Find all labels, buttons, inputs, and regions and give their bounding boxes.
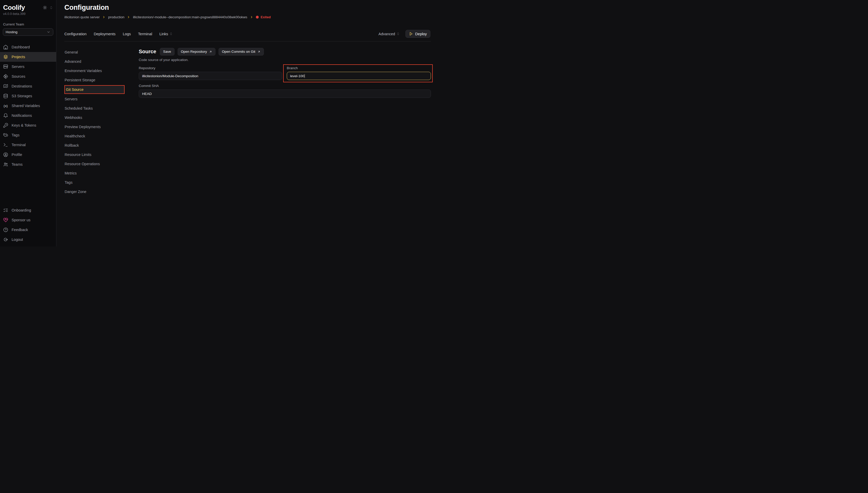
subnav-item-resource-operations[interactable]: Resource Operations [64,159,139,169]
source-section-title: Source [139,49,156,55]
breadcrumb-project[interactable]: illicitonion quote server [64,15,100,19]
subnav-item-git-source[interactable]: Git Source [65,86,124,93]
sidebar-item-label: Tags [12,133,20,137]
list-checks-icon [3,208,8,213]
repository-field-group: Repository [139,66,282,80]
team-label: Current Team [0,16,56,26]
subnav-item-preview-deployments[interactable]: Preview Deployments [64,122,139,131]
sidebar-item-label: S3 Storages [12,94,32,98]
chevrons-up-down-icon [397,32,400,36]
sidebar-item-label: Servers [12,65,24,69]
sidebar-item-notifications[interactable]: Notifications [0,111,56,121]
commit-sha-input[interactable] [139,89,431,98]
sidebar-item-label: Logout [12,237,23,242]
tab-configuration[interactable]: Configuration [64,32,86,36]
breadcrumb: illicitonion quote server production ill… [64,15,431,19]
subnav-item-tags[interactable]: Tags [64,178,139,187]
sidebar-item-label: Feedback [12,228,28,232]
page-title: Configuration [64,4,431,12]
tags-icon [3,132,8,138]
sidebar-item-dashboard[interactable]: Dashboard [0,42,56,52]
subnav-item-metrics[interactable]: Metrics [64,169,139,178]
subnav-item-healthcheck[interactable]: Healthcheck [64,131,139,141]
subnav-item-scheduled-tasks[interactable]: Scheduled Tasks [64,104,139,113]
sidebar-item-profile[interactable]: Profile [0,150,56,159]
tab-terminal[interactable]: Terminal [138,32,152,36]
sidebar-item-sources[interactable]: Sources [0,71,56,81]
breadcrumb-environment[interactable]: production [108,15,124,19]
subnav-item-environment-variables[interactable]: Environment Variables [64,66,139,76]
subnav-item-persistent-storage[interactable]: Persistent Storage [64,76,139,85]
sidebar-item-teams[interactable]: Teams [0,159,56,169]
source-section-subtitle: Code source of your application. [139,58,431,62]
sidebar-item-servers[interactable]: Servers [0,62,56,71]
tab-logs[interactable]: Logs [123,32,131,36]
terminal-icon [3,142,8,147]
chevron-right-icon [250,16,253,19]
repository-label: Repository [139,66,282,70]
help-circle-icon [3,227,8,232]
subnav-item-general[interactable]: General [64,48,139,57]
sidebar-item-label: Keys & Tokens [12,123,36,127]
tab-deployments[interactable]: Deployments [94,32,115,36]
sidebar-item-destinations[interactable]: Destinations [0,81,56,91]
layers-icon [3,54,8,60]
sidebar-item-label: Onboarding [12,208,31,212]
subnav-item-webhooks[interactable]: Webhooks [64,113,139,122]
save-button[interactable]: Save [160,48,174,56]
team-select-value: Hosting [6,30,18,34]
repository-input[interactable] [139,72,282,80]
sidebar-item-label: Shared Variables [12,104,40,108]
status-badge: Exited [256,15,271,19]
advanced-menu[interactable]: Advanced [378,32,400,36]
chevrons-up-down-icon[interactable] [49,6,53,9]
open-commits-button[interactable]: Open Commits on Git [218,48,264,56]
sidebar-item-label: Dashboard [12,45,30,49]
sidebar-item-logout[interactable]: Logout [0,235,56,244]
sidebar-item-sponsor-us[interactable]: Sponsor us [0,215,56,225]
sidebar-item-feedback[interactable]: Feedback [0,225,56,235]
sidebar-item-label: Profile [12,153,22,157]
subnav-item-rollback[interactable]: Rollback [64,141,139,150]
tab-links[interactable]: Links [159,32,173,36]
sidebar-item-label: Teams [12,163,23,167]
user-circle-icon [3,152,8,157]
team-select[interactable]: Hosting [3,28,53,36]
tabs-row: Configuration Deployments Logs Terminal … [64,30,431,38]
sidebar-item-label: Projects [12,55,25,59]
sidebar-item-tags[interactable]: Tags [0,130,56,140]
chevron-right-icon [127,16,130,19]
chevron-down-icon [47,30,50,34]
users-icon [3,162,8,167]
breadcrumb-application[interactable]: illicitestonion/-module--decomposition:m… [133,15,247,19]
bell-icon [3,113,8,118]
branch-field-group: Branch level-100 [287,66,431,80]
map-icon [3,84,8,89]
commit-sha-field-group: Commit SHA [139,84,431,98]
sidebar-item-label: Sources [12,74,25,79]
sidebar-item-s3-storages[interactable]: S3 Storages [0,91,56,101]
chevrons-up-down-icon [169,32,173,36]
branch-input[interactable]: level-100 [287,72,431,80]
heart-handshake-icon [3,217,8,222]
git-source-annotation-box: Git Source [64,85,125,94]
theme-sun-icon[interactable] [43,5,47,10]
sidebar-item-label: Destinations [12,84,32,88]
commit-sha-label: Commit SHA [139,84,431,88]
subnav-item-resource-limits[interactable]: Resource Limits [64,150,139,159]
sidebar-item-terminal[interactable]: Terminal [0,140,56,150]
subnav-item-danger-zone[interactable]: Danger Zone [64,187,139,196]
subnav-item-servers[interactable]: Servers [64,94,139,104]
sidebar-item-shared-variables[interactable]: (x) Shared Variables [0,101,56,111]
sidebar: Coolify v4.0.0-beta.399 Current Team Hos… [0,0,56,246]
deploy-button[interactable]: Deploy [405,30,430,38]
sidebar-item-onboarding[interactable]: Onboarding [0,205,56,215]
subnav-item-advanced[interactable]: Advanced [64,57,139,66]
parentheses-x-icon: (x) [3,104,8,108]
sidebar-item-label: Terminal [12,143,26,147]
sidebar-item-keys-tokens[interactable]: Keys & Tokens [0,121,56,130]
sidebar-item-projects[interactable]: Projects [0,52,56,62]
app-version: v4.0.0-beta.399 [0,12,56,16]
logout-icon [3,237,8,242]
open-repository-button[interactable]: Open Repository [177,48,215,56]
